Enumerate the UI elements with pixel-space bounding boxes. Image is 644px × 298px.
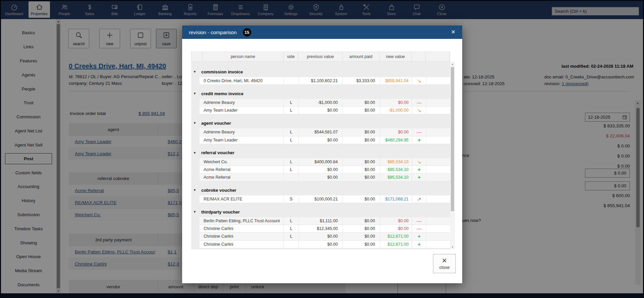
side-cell: S <box>283 195 299 203</box>
voucher-group-label: commission invoice <box>201 69 243 74</box>
close-icon[interactable]: ✕ <box>451 29 455 35</box>
empty-cell <box>426 128 450 136</box>
new-value-cell: $0.00 <box>380 99 412 106</box>
amount-paid-cell: $0.00 <box>342 158 380 166</box>
voucher-group-label: thirdparty voucher <box>201 210 240 215</box>
close-button[interactable]: ✕ close <box>433 254 456 273</box>
app-window: DashboardPropertiesPeopleSalesBillsLedge… <box>0 0 644 298</box>
empty-cell <box>426 107 450 114</box>
amount-paid-cell: $0.00 <box>342 174 380 181</box>
amount-paid-cell: $0.00 <box>342 166 380 173</box>
empty-cell <box>426 217 450 225</box>
column-header-empty <box>192 52 203 61</box>
up-arrow-icon: ↗ <box>412 195 426 203</box>
collapse-triangle-icon[interactable]: ▼ <box>193 151 196 155</box>
previous-value-cell: $0.00 <box>299 241 342 248</box>
revision-count-badge: 15 <box>243 28 251 37</box>
down-arrow-icon: ↘ <box>412 158 426 166</box>
comparison-row: Adrienne BeauryL$544,581.07$0.00$0.00— <box>200 128 450 136</box>
voucher-group-label: credit memo invoice <box>201 91 244 96</box>
comparison-row: Berlin Patten Ebling, PLLC Trust Account… <box>200 217 450 225</box>
person-name-cell: Christine Carlini <box>200 241 283 248</box>
column-header-empty <box>426 52 450 61</box>
close-x-icon: ✕ <box>442 257 447 264</box>
amount-paid-cell: $0.00 <box>342 107 380 114</box>
column-header-side: side <box>283 52 299 61</box>
previous-value-cell: $1,100,602.21 <box>299 77 342 84</box>
collapse-triangle-icon[interactable]: ▼ <box>193 92 196 95</box>
amount-paid-cell: $0.00 <box>342 195 380 203</box>
plus-icon: + <box>412 166 426 173</box>
previous-value-cell: $544,581.07 <box>299 128 342 136</box>
amount-paid-cell: $3,333.00 <box>342 77 380 84</box>
person-name-cell: Berlin Patten Ebling, PLLC Trust Account <box>200 217 283 225</box>
collapse-triangle-icon[interactable]: ▼ <box>193 210 196 214</box>
previous-value-cell: $12,345.00 <box>299 225 342 232</box>
comparison-row: Amy Team LeaderL$0.00$0.00$460,294.95+ <box>200 136 450 144</box>
person-name-cell: Acme Referral <box>200 166 283 173</box>
comparison-row: Amy Team LeaderL$0.00$0.00-$1,000.00↘ <box>200 107 450 114</box>
new-value-cell: $0.00 <box>380 217 412 225</box>
minus-icon: — <box>412 217 426 225</box>
previous-value-cell: $0.00 <box>299 233 342 240</box>
minus-icon: — <box>412 99 426 106</box>
empty-cell <box>426 166 450 173</box>
plus-icon: + <box>412 136 426 144</box>
amount-paid-cell: $0.00 <box>342 99 380 106</box>
column-header-empty <box>412 52 426 61</box>
plus-icon: + <box>412 241 426 248</box>
amount-paid-cell: $0.00 <box>342 225 380 232</box>
side-cell: L <box>283 225 299 232</box>
new-value-cell: $460,294.95 <box>380 136 412 144</box>
scrollbar-thumb[interactable] <box>451 67 454 211</box>
revision-comparison-dialog: revision - comparison 15 ✕ person namesi… <box>182 25 462 283</box>
new-value-cell: $855,941.04 <box>380 77 412 84</box>
collapse-triangle-icon[interactable]: ▼ <box>193 188 196 192</box>
side-cell: L <box>283 107 299 114</box>
previous-value-cell: $0.00 <box>299 136 342 144</box>
voucher-group-cobroke-voucher: ▼cobroke voucher <box>193 187 450 193</box>
column-header-new-value: new value <box>380 52 412 61</box>
comparison-row: Christine Carlini$0.00$0.00$12,671.00+ <box>200 241 450 248</box>
empty-cell <box>426 233 450 240</box>
collapse-triangle-icon[interactable]: ▼ <box>193 121 196 125</box>
side-cell: L <box>283 233 299 240</box>
comparison-row: Acme Referral$0.00$0.00$85,534.10+ <box>200 174 450 181</box>
voucher-group-thirdparty-voucher: ▼thirdparty voucher <box>193 208 450 215</box>
comparison-row: RE/MAX ACR ELITES$100,000.21$0.00$171,06… <box>200 195 450 203</box>
amount-paid-cell: $0.00 <box>342 217 380 225</box>
close-button-label: close <box>439 265 449 270</box>
comparison-row: Adrienne BeauryL-$1,000.00$0.00$0.00— <box>200 99 450 107</box>
side-cell <box>283 241 299 248</box>
person-name-cell: Amy Team Leader <box>200 136 283 144</box>
side-cell: L <box>283 158 299 166</box>
scroll-down-icon[interactable] <box>450 245 455 249</box>
voucher-group-credit-memo-invoice: ▼credit memo invoice <box>193 90 450 97</box>
side-cell: L <box>283 217 299 225</box>
new-value-cell: $0.00 <box>380 225 412 232</box>
person-name-cell: 0 Creeks Drive, Hart, MI, 49420 <box>200 77 283 84</box>
scroll-up-icon[interactable] <box>450 62 455 66</box>
voucher-group-label: cobroke voucher <box>201 188 236 193</box>
empty-cell <box>426 225 450 232</box>
side-cell <box>283 77 299 84</box>
collapse-triangle-icon[interactable]: ▼ <box>193 70 196 73</box>
new-value-cell: $0.00 <box>380 128 412 136</box>
empty-cell <box>426 136 450 144</box>
person-name-cell: RE/MAX ACR ELITE <box>200 195 283 203</box>
new-value-cell: $12,671.00 <box>380 241 412 248</box>
column-header-amount-paid: amount paid <box>342 52 380 61</box>
previous-value-cell: -$1,000.00 <box>299 99 342 106</box>
plus-icon: + <box>412 233 426 240</box>
voucher-group-commission-invoice: ▼commission invoice <box>193 68 450 75</box>
dialog-scrollbar[interactable] <box>450 62 455 249</box>
dialog-header: revision - comparison 15 ✕ <box>182 25 462 39</box>
previous-value-cell: $1,111.00 <box>299 217 342 225</box>
person-name-cell: Christine Carlini <box>200 233 283 240</box>
amount-paid-cell: $0.00 <box>342 241 380 248</box>
comparison-row: Acme ReferralL$0.00$0.00$85,534.10+ <box>200 166 450 174</box>
side-cell: L <box>283 99 299 106</box>
previous-value-cell: $100,000.21 <box>299 195 342 203</box>
new-value-cell: $85,534.10 <box>380 174 412 181</box>
side-cell <box>283 174 299 181</box>
